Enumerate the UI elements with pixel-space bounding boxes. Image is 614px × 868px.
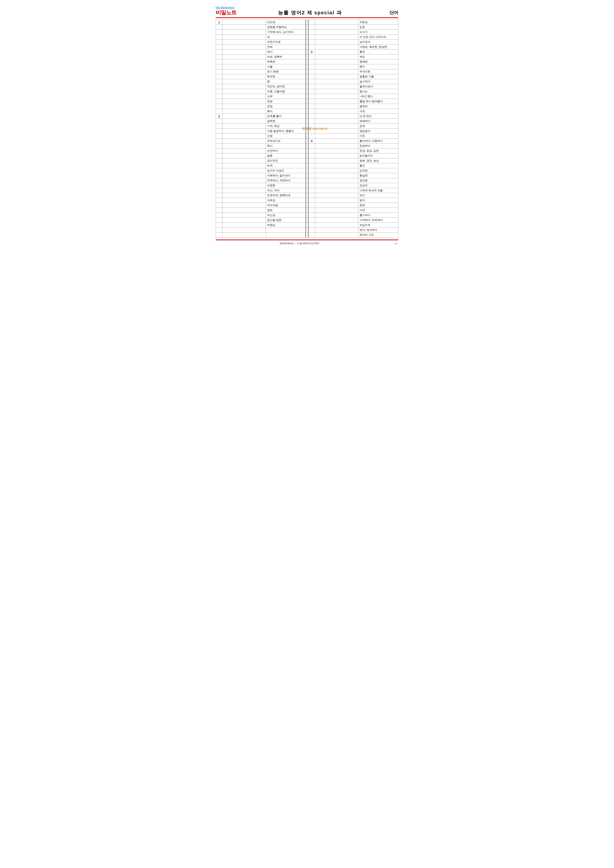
column-divider: [306, 89, 308, 94]
right-section-num: [308, 114, 315, 119]
column-divider: [306, 139, 308, 144]
right-section-num: [308, 45, 315, 50]
left-english: [222, 133, 266, 139]
right-korean: 보답으로: [358, 223, 398, 228]
right-section-num: [308, 198, 315, 203]
left-section-num: [216, 119, 222, 124]
right-korean: 받다: [358, 198, 398, 203]
left-section-num: [216, 223, 222, 228]
right-korean: 경건한: [358, 178, 398, 183]
right-section-num: [308, 144, 315, 149]
left-english: [222, 79, 266, 84]
left-korean: 기억, 회상: [266, 124, 306, 129]
left-section-num: [216, 69, 222, 74]
footer-center: bimilnote.kr – 수능대비/내신대비: [216, 242, 384, 245]
column-divider: [306, 213, 308, 218]
right-korean: 사막: [358, 208, 398, 213]
column-divider: [306, 193, 308, 198]
left-english: [222, 59, 266, 64]
left-section-num: 1: [216, 20, 222, 25]
left-korean: 거듭 발생하다, 맴돌다: [266, 129, 306, 133]
column-divider: [306, 30, 308, 35]
right-english: [315, 183, 358, 188]
left-english: [222, 228, 266, 232]
left-korean: 신랑: [266, 133, 306, 139]
left-section-num: [216, 193, 222, 198]
left-korean: 정장: [266, 104, 306, 109]
left-korean: 휴식: [266, 109, 306, 114]
right-english: [315, 35, 358, 40]
column-divider: [306, 149, 308, 153]
column-divider: [306, 218, 308, 223]
right-english: [315, 223, 358, 228]
left-korean: 단추를 풀다: [266, 114, 306, 119]
column-divider: [306, 35, 308, 40]
right-section-num: [308, 149, 315, 153]
right-section-num: [308, 79, 315, 84]
left-english: [222, 64, 266, 69]
right-section-num: [308, 203, 315, 208]
left-section-num: [216, 173, 222, 178]
left-english: [222, 94, 266, 99]
left-section-num: 2: [216, 114, 222, 119]
left-section-num: [216, 45, 222, 50]
right-korean: 그에게 최선의 것을: [358, 188, 398, 193]
right-english: [315, 79, 358, 84]
right-section-num: [308, 193, 315, 198]
right-korean: ~하곤 했다: [358, 94, 398, 99]
left-english: [222, 223, 266, 228]
left-korean: 바로, 정확히: [266, 54, 306, 59]
right-section-num: [308, 173, 315, 178]
right-english: [315, 218, 358, 223]
column-divider: [306, 99, 308, 104]
left-section-num: [216, 40, 222, 45]
right-section-num: [308, 94, 315, 99]
right-korean: 존경, 호감, 감탄: [358, 149, 398, 153]
left-english: [222, 114, 266, 119]
right-english: [315, 50, 358, 54]
right-korean: 관계: [358, 124, 398, 129]
left-korean: 어리석음: [266, 203, 306, 208]
left-english: [222, 30, 266, 35]
right-english: [315, 163, 358, 168]
right-english: [315, 203, 358, 208]
column-divider: [306, 94, 308, 99]
left-english: [222, 124, 266, 129]
left-korean: 자신감: [266, 213, 306, 218]
left-section-num: [216, 59, 222, 64]
left-section-num: [216, 94, 222, 99]
column-divider: [306, 208, 308, 213]
left-korean: [266, 232, 306, 237]
left-english: [222, 74, 266, 79]
left-english: [222, 232, 266, 237]
left-english: [222, 163, 266, 168]
left-section-num: [216, 228, 222, 232]
left-section-num: [216, 54, 222, 59]
right-korean: 통로: [358, 50, 398, 54]
right-korean: 진심의: [358, 183, 398, 188]
right-section-num: [308, 35, 315, 40]
left-english: [222, 104, 266, 109]
right-english: [315, 69, 358, 74]
left-english: [222, 50, 266, 54]
left-english: [222, 89, 266, 94]
left-english: [222, 149, 266, 153]
left-korean: 식물: [266, 64, 306, 69]
right-korean: 서로: [358, 109, 398, 114]
right-section-num: [308, 163, 315, 168]
left-english: [222, 203, 266, 208]
left-korean: 공식적인: [266, 158, 306, 163]
column-divider: [306, 124, 308, 129]
right-korean: 자존심: [358, 20, 398, 25]
left-korean: 비참한: [266, 183, 306, 188]
left-section-num: [216, 89, 222, 94]
column-divider: [306, 25, 308, 30]
left-korean: 희귀한: [266, 74, 306, 79]
right-korean: 흠모: [358, 163, 398, 168]
right-korean: 숭배, 경외, 숭상: [358, 158, 398, 163]
column-divider: [306, 119, 308, 124]
right-english: [315, 89, 358, 94]
column-divider: [306, 45, 308, 50]
right-korean: 제단: [358, 54, 398, 59]
left-section-num: [216, 104, 222, 109]
